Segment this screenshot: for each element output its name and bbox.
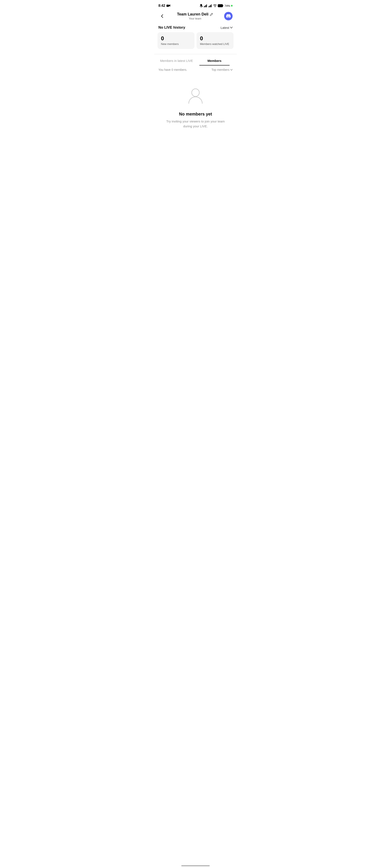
svg-point-13 [215, 7, 215, 7]
top-members-dropdown[interactable]: Top members [211, 68, 233, 71]
empty-person-icon [187, 87, 204, 106]
battery-percent: 74% [224, 4, 230, 7]
stats-header: No LIVE history Latest [154, 24, 237, 32]
edit-icon[interactable] [210, 13, 213, 16]
camera-icon [167, 4, 170, 7]
svg-marker-1 [169, 4, 170, 6]
status-bar: 8:42 [154, 0, 237, 10]
new-members-label: New members [161, 42, 191, 45]
battery-icon [218, 4, 224, 7]
svg-rect-11 [210, 5, 211, 7]
members-count-text: You have 0 members. [158, 68, 187, 71]
status-icons: 74% [200, 4, 233, 7]
page-title: Team Lauren Deli [166, 12, 224, 17]
empty-title: No members yet [179, 112, 212, 117]
new-members-card: 0 New members [157, 32, 194, 49]
tab-members[interactable]: Members [196, 56, 234, 65]
members-subheader: You have 0 members. Top members [154, 65, 237, 74]
wifi-icon [213, 4, 217, 7]
tab-members-in-latest-live[interactable]: Members in latest LIVE [157, 56, 196, 65]
header-subtitle: Your team [166, 17, 224, 20]
latest-dropdown[interactable]: Latest [220, 26, 233, 29]
members-watched-label: Members watched LIVE [200, 42, 230, 45]
new-members-count: 0 [161, 36, 191, 41]
svg-rect-9 [208, 6, 209, 7]
chevron-down-icon [230, 27, 233, 28]
svg-rect-5 [204, 6, 204, 7]
tabs-container: Members in latest LIVE Members [154, 56, 237, 65]
empty-subtitle: Try inviting your viewers to join your t… [162, 119, 229, 129]
members-watched-count: 0 [200, 36, 230, 41]
discord-button[interactable] [224, 12, 233, 20]
header-center: Team Lauren Deli Your team [166, 12, 224, 20]
svg-rect-10 [209, 6, 210, 7]
svg-rect-15 [218, 5, 222, 7]
svg-rect-3 [201, 4, 202, 6]
chevron-down-icon [230, 69, 233, 70]
signal2-icon [208, 4, 212, 7]
members-watched-card: 0 Members watched LIVE [197, 32, 234, 49]
mute-icon [200, 4, 203, 7]
page-header: Team Lauren Deli Your team [154, 10, 237, 24]
status-time: 8:42 [158, 4, 165, 8]
battery-dot [231, 5, 233, 6]
svg-rect-0 [167, 5, 169, 7]
signal1-icon [204, 4, 208, 7]
svg-line-16 [212, 13, 212, 14]
svg-rect-6 [205, 6, 205, 7]
no-live-label: No LIVE history [158, 25, 185, 30]
empty-state: No members yet Try inviting your viewers… [154, 74, 237, 137]
svg-point-17 [192, 89, 199, 96]
svg-rect-8 [206, 4, 207, 7]
back-button[interactable] [158, 12, 166, 20]
svg-rect-12 [211, 4, 212, 7]
stats-cards: 0 New members 0 Members watched LIVE [154, 32, 237, 52]
section-divider [154, 54, 237, 54]
svg-rect-7 [206, 5, 206, 7]
